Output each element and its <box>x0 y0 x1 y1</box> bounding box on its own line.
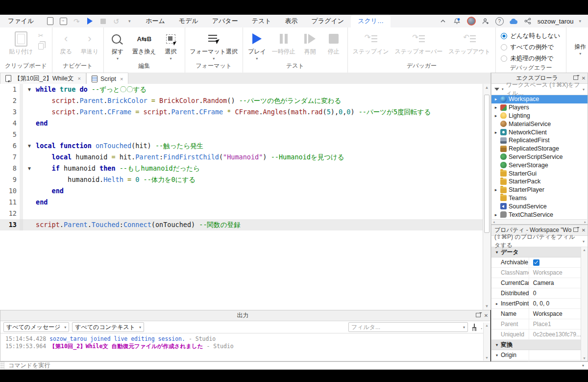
property-arrow-icon[interactable]: ▸ <box>494 302 499 306</box>
ribbon-button-置き換え[interactable]: A⇆B置き換え <box>130 30 158 57</box>
ribbon-button-選択[interactable]: 選択▾ <box>160 30 182 61</box>
menu-tab-テスト[interactable]: テスト <box>245 15 278 27</box>
menu-tab-ホーム[interactable]: ホーム <box>139 15 172 27</box>
qat-dropdown-icon[interactable]: ▾ <box>125 17 134 25</box>
redo-icon[interactable]: ↷ <box>72 17 81 25</box>
undo-icon[interactable]: ↺ <box>112 17 121 25</box>
property-value[interactable]: Place1 <box>529 319 581 329</box>
cloud-save-icon[interactable] <box>509 17 518 25</box>
command-bar[interactable]: コマンドを実行 ▾ <box>0 361 588 370</box>
expand-arrow-icon[interactable]: ▸ <box>493 212 498 217</box>
output-close-icon[interactable]: ✕ <box>482 313 490 318</box>
tab-close-icon[interactable]: × <box>120 76 123 82</box>
tree-item-ReplicatedStorage[interactable]: ReplicatedStorage <box>491 145 588 153</box>
properties-scrollbar[interactable]: ▲▼ <box>581 247 588 361</box>
menu-file[interactable]: ファイル <box>0 17 41 25</box>
tree-item-StarterPlayer[interactable]: ▸StarterPlayer <box>491 186 588 194</box>
expand-arrow-icon[interactable]: ▸ <box>493 97 498 102</box>
explorer-float-icon[interactable] <box>572 76 580 81</box>
property-value[interactable]: 0c2cbee130fc79... <box>529 330 581 339</box>
property-value[interactable] <box>529 350 581 360</box>
share-icon[interactable] <box>523 17 532 25</box>
output-scrollbar[interactable]: ▲▼ <box>483 323 490 360</box>
properties-float-icon[interactable] <box>572 228 580 233</box>
command-bar-dropdown-icon[interactable]: ▾ <box>582 363 588 368</box>
fold-arrow-icon[interactable]: ▼ <box>23 163 36 174</box>
ribbon-button-停止[interactable]: 停止 <box>323 30 344 57</box>
tree-item-Players[interactable]: ▸Players <box>491 103 588 112</box>
tree-item-Teams[interactable]: Teams <box>491 194 588 203</box>
menu-tab-プラグイン[interactable]: プラグイン <box>305 15 351 27</box>
checkbox-checked-icon[interactable] <box>533 259 539 266</box>
expand-arrow-icon[interactable]: ▸ <box>493 113 498 118</box>
tree-item-Lighting[interactable]: ▸Lighting <box>491 112 588 120</box>
property-value[interactable]: 0 <box>529 288 581 298</box>
property-section-変換[interactable]: ▾変換 <box>491 340 581 350</box>
tree-item-ServerStorage[interactable]: ServerStorage <box>491 161 588 169</box>
editor-tab-【第10回_2】While文[interactable]: 【第10回_2】While文× <box>0 73 86 84</box>
radio-未処理の例外で[interactable]: 未処理の例外で <box>501 54 560 63</box>
ribbon-button-戻る[interactable]: ‹戻る <box>55 30 77 57</box>
notifications-bell-icon[interactable] <box>453 17 462 25</box>
copy-icon[interactable] <box>37 42 45 50</box>
tab-close-icon[interactable]: × <box>78 76 81 81</box>
tree-item-StarterGui[interactable]: StarterGui <box>491 169 588 178</box>
ribbon-button-プレイ[interactable]: プレイ▾ <box>246 30 268 61</box>
help-icon[interactable]: ? <box>495 17 504 25</box>
output-filter-input[interactable]: フィルタ...▾ <box>348 322 468 332</box>
properties-filter-input[interactable]: (⇧⌘P) のプロパティをフィルタする ▾ <box>491 236 588 247</box>
property-value[interactable]: Workspace <box>529 309 581 319</box>
ribbon-button-フォーマット選択[interactable]: フォーマット選択▾ <box>188 30 240 61</box>
ribbon-button-再開[interactable]: 再開 <box>299 30 321 57</box>
account-dropdown-icon[interactable]: ▾ <box>579 19 581 24</box>
ribbon-button-ステップアウト[interactable]: ステップアウト <box>446 30 492 57</box>
explorer-horizontal-scrollbar[interactable]: ◂▸ <box>492 219 587 224</box>
menu-tab-スクリ…[interactable]: スクリ… <box>351 15 391 27</box>
ribbon-button-探す[interactable]: 探す▾ <box>107 30 128 61</box>
context-dropdown[interactable]: すべてのコンテキスト▾ <box>72 322 144 332</box>
stop-icon[interactable] <box>98 17 107 25</box>
expand-arrow-icon[interactable]: ▸ <box>493 130 498 135</box>
property-value[interactable]: Workspace <box>529 268 581 278</box>
menu-tab-モデル[interactable]: モデル <box>172 15 205 27</box>
avatar[interactable] <box>467 17 476 25</box>
fold-arrow-icon[interactable]: ▼ <box>23 140 36 152</box>
username[interactable]: sozow_tarou <box>538 18 574 25</box>
ribbon-button-ステップオーバー[interactable]: ステップオーバー <box>392 30 444 57</box>
radio-どんな時もしない[interactable]: どんな時もしない <box>501 32 560 40</box>
editor-vertical-scrollbar[interactable]: ▲ ▼ <box>483 84 490 310</box>
play-icon[interactable] <box>85 17 94 25</box>
tree-item-ServerScriptService[interactable]: ServerScriptService <box>491 153 588 161</box>
clear-output-icon[interactable] <box>471 324 478 331</box>
editor-tab-Script[interactable]: Script× <box>86 73 128 84</box>
explorer-filter-input[interactable]: ▾ ワークスペース (⇧⌘X)をフィル… ▾ <box>491 84 588 95</box>
expand-arrow-icon[interactable]: ▸ <box>493 105 498 110</box>
tree-item-SoundService[interactable]: SoundService <box>491 202 588 210</box>
property-value[interactable]: Camera <box>529 278 581 288</box>
property-value[interactable]: 0, 0, 0 <box>529 299 581 308</box>
fold-arrow-icon[interactable]: ▼ <box>23 84 36 95</box>
command-bar-drag-handle[interactable] <box>0 362 4 369</box>
open-file-icon[interactable] <box>59 17 68 25</box>
tree-item-StarterPack[interactable]: StarterPack <box>491 178 588 186</box>
tree-item-TextChatService[interactable]: ▸TextChatService <box>491 210 588 219</box>
message-type-dropdown[interactable]: すべてのメッセージ▾ <box>3 322 69 332</box>
properties-close-icon[interactable]: ✕ <box>580 228 588 233</box>
property-arrow-icon[interactable]: ▾ <box>494 353 499 357</box>
expand-arrow-icon[interactable]: ▸ <box>493 187 498 192</box>
tree-item-MaterialService[interactable]: MaterialService <box>491 120 588 128</box>
radio-すべての例外で[interactable]: すべての例外で <box>501 43 560 51</box>
output-float-icon[interactable] <box>474 313 482 318</box>
ribbon-button-一時停止[interactable]: 一時停止 <box>270 30 297 57</box>
ribbon-button-ステップイン[interactable]: ステップイン <box>351 30 391 57</box>
tree-item-NetworkClient[interactable]: ▸NetworkClient <box>491 128 588 136</box>
collapse-ribbon-icon[interactable] <box>439 17 447 25</box>
code-area[interactable]: 1▼while true do --ずっと〇〇する2 script.Parent… <box>0 84 483 310</box>
menu-tab-表示[interactable]: 表示 <box>278 15 305 27</box>
cut-icon[interactable]: ✂ <box>37 31 45 39</box>
tree-item-ReplicatedFirst[interactable]: ReplicatedFirst <box>491 136 588 145</box>
menu-tab-アバター[interactable]: アバター <box>205 15 245 27</box>
ribbon-button-貼り付け[interactable]: 貼り付け <box>7 30 35 57</box>
ribbon-button-早送り[interactable]: ›早送り <box>79 30 100 57</box>
new-file-icon[interactable] <box>46 17 54 25</box>
